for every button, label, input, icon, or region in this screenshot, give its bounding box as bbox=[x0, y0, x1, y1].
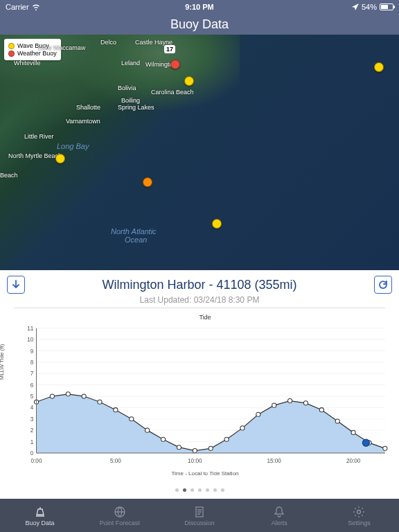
svg-point-39 bbox=[272, 403, 276, 407]
city-carolina: Carolina Beach bbox=[151, 89, 194, 96]
svg-text:0:00: 0:00 bbox=[31, 458, 42, 464]
svg-point-44 bbox=[351, 430, 355, 434]
page-dot[interactable] bbox=[175, 488, 179, 492]
battery-icon bbox=[380, 3, 393, 10]
svg-text:0: 0 bbox=[30, 450, 34, 456]
carrier-label: Carrier bbox=[6, 3, 29, 11]
station-title: Wilmington Harbor - 41108 (355mi) bbox=[102, 278, 296, 292]
wifi-icon bbox=[32, 3, 40, 10]
buoy-wave-2[interactable] bbox=[374, 62, 384, 72]
city-springlakes: Spring Lakes bbox=[118, 104, 154, 111]
svg-text:7: 7 bbox=[30, 371, 34, 377]
page-dot[interactable] bbox=[198, 488, 202, 492]
city-shallotte: Shallotte bbox=[76, 104, 100, 111]
status-bar: Carrier 9:10 PM 54% bbox=[0, 0, 399, 14]
bell-icon bbox=[273, 506, 285, 518]
nav-bar: Buoy Data bbox=[0, 14, 399, 35]
location-icon bbox=[352, 3, 359, 10]
svg-text:6: 6 bbox=[30, 382, 34, 389]
download-button[interactable] bbox=[7, 276, 25, 294]
page-dot[interactable] bbox=[213, 488, 217, 492]
svg-text:10:00: 10:00 bbox=[188, 458, 202, 464]
globe-icon bbox=[114, 506, 126, 518]
svg-text:8: 8 bbox=[30, 360, 34, 366]
document-icon bbox=[193, 506, 206, 518]
tab-label: Discussion bbox=[184, 520, 215, 526]
tab-label: Buoy Data bbox=[26, 520, 55, 526]
svg-point-29 bbox=[114, 408, 118, 412]
city-delco: Delco bbox=[100, 39, 116, 46]
svg-text:9: 9 bbox=[30, 348, 34, 355]
svg-point-43 bbox=[335, 419, 339, 423]
city-beach: Beach bbox=[0, 172, 18, 179]
arrow-down-icon bbox=[11, 280, 21, 290]
tab-alerts[interactable]: Alerts bbox=[240, 499, 319, 532]
chart-svg: 012345678910110:005:0010:0015:0020:00 bbox=[21, 322, 389, 468]
tab-point-forecast[interactable]: Point Forecast bbox=[80, 499, 159, 532]
svg-point-41 bbox=[303, 401, 308, 405]
map[interactable]: Wave Buoy Weather Buoy Long Bay North At… bbox=[0, 35, 399, 270]
chart-ylabel: MLLW Tide (ft) bbox=[0, 344, 5, 380]
svg-point-26 bbox=[66, 392, 70, 396]
buoy-weather-1[interactable] bbox=[170, 60, 180, 69]
tab-discussion[interactable]: Discussion bbox=[159, 499, 239, 532]
svg-point-36 bbox=[224, 437, 229, 441]
tab-label: Point Forecast bbox=[100, 520, 140, 526]
svg-point-27 bbox=[82, 394, 86, 398]
buoy-wave-1[interactable] bbox=[184, 76, 194, 86]
city-leland: Leland bbox=[121, 60, 140, 66]
last-updated: Last Updated: 03/24/18 8:30 PM bbox=[14, 295, 385, 308]
svg-text:20:00: 20:00 bbox=[346, 458, 361, 464]
svg-text:15:00: 15:00 bbox=[267, 458, 281, 464]
tab-settings[interactable]: Settings bbox=[319, 499, 399, 532]
chart-title: Tide bbox=[21, 314, 389, 321]
page-dot[interactable] bbox=[190, 488, 194, 492]
page-dot[interactable] bbox=[221, 488, 224, 492]
page-dot[interactable] bbox=[183, 488, 186, 492]
ocean-label-longbay: Long Bay bbox=[57, 142, 89, 150]
chart-xlabel: Time - Local to Tide Station bbox=[21, 470, 389, 477]
city-littleriver: Little River bbox=[24, 133, 54, 140]
city-boiling: Boiling bbox=[121, 97, 140, 104]
buoy-wave-4[interactable] bbox=[143, 177, 152, 187]
city-bolivia: Bolivia bbox=[118, 85, 136, 91]
svg-point-34 bbox=[193, 449, 197, 453]
ocean-label-atlantic1: North Atlantic bbox=[111, 227, 157, 236]
buoy-wave-3[interactable] bbox=[55, 154, 65, 163]
tab-label: Alerts bbox=[272, 520, 287, 526]
svg-text:5:00: 5:00 bbox=[110, 458, 121, 464]
tab-label: Settings bbox=[348, 520, 371, 526]
svg-text:2: 2 bbox=[30, 427, 34, 434]
svg-point-37 bbox=[240, 426, 245, 430]
city-waccamaw: Lake Waccamaw bbox=[38, 44, 85, 51]
pagination-dots[interactable] bbox=[0, 484, 399, 495]
buoy-wave-5[interactable] bbox=[212, 219, 222, 229]
battery-percent: 54% bbox=[362, 3, 377, 11]
svg-text:11: 11 bbox=[27, 326, 34, 332]
svg-point-40 bbox=[288, 399, 292, 403]
page-title: Buoy Data bbox=[170, 17, 229, 32]
tab-bar: Buoy Data Point Forecast Discussion Aler… bbox=[0, 499, 399, 532]
ocean-label-atlantic2: Ocean bbox=[125, 236, 147, 244]
refresh-button[interactable] bbox=[374, 276, 392, 294]
svg-point-46 bbox=[383, 446, 387, 450]
svg-point-33 bbox=[177, 445, 181, 450]
svg-point-35 bbox=[209, 446, 213, 450]
page-dot[interactable] bbox=[206, 488, 209, 492]
svg-point-32 bbox=[161, 437, 165, 441]
svg-point-38 bbox=[256, 412, 260, 416]
svg-text:1: 1 bbox=[30, 439, 34, 445]
svg-point-47 bbox=[362, 439, 369, 446]
svg-text:4: 4 bbox=[30, 405, 34, 411]
buoy-icon bbox=[34, 506, 46, 518]
city-varnamtown: Varnamtown bbox=[66, 118, 100, 125]
refresh-icon bbox=[378, 280, 388, 290]
tide-chart[interactable]: Tide MLLW Tide (ft) 012345678910110:005:… bbox=[0, 311, 399, 484]
tab-buoy-data[interactable]: Buoy Data bbox=[0, 499, 80, 532]
svg-point-42 bbox=[319, 408, 323, 412]
station-header: Wilmington Harbor - 41108 (355mi) bbox=[0, 270, 399, 295]
svg-text:5: 5 bbox=[30, 393, 34, 400]
svg-point-28 bbox=[98, 400, 102, 404]
svg-point-31 bbox=[145, 428, 150, 432]
highway-17: 17 bbox=[164, 45, 175, 53]
